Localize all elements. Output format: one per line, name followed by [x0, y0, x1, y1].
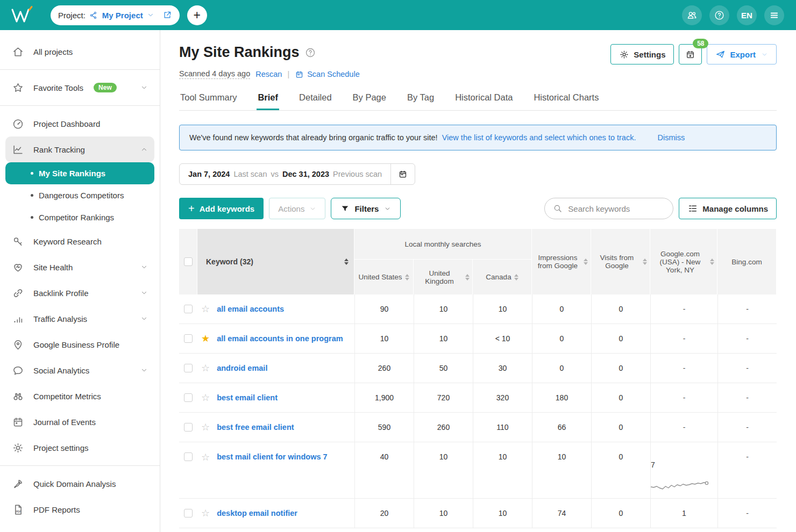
star-icon[interactable]: ☆ [201, 452, 210, 462]
keyword-link[interactable]: best free email client [217, 423, 294, 432]
row-checkbox[interactable] [184, 334, 193, 343]
last-scan-date: Jan 7, 2024 [188, 170, 230, 178]
sidebar-item-journal-of-events[interactable]: Journal of Events [5, 409, 154, 435]
keyword-link[interactable]: android email [217, 364, 267, 372]
date-compare-widget[interactable]: Jan 7, 2024 Last scan vs Dec 31, 2023 Pr… [179, 163, 415, 185]
sidebar-item-project-settings[interactable]: Project settings [5, 435, 154, 461]
sort-icon[interactable] [405, 274, 409, 281]
users-button[interactable] [682, 5, 702, 25]
tab-by-page[interactable]: By Page [352, 90, 387, 110]
sort-icon[interactable] [465, 274, 470, 281]
column-header-united-states[interactable]: United States [354, 260, 414, 294]
banner-dismiss-link[interactable]: Dismiss [658, 133, 685, 142]
row-checkbox[interactable] [184, 423, 193, 432]
column-header-google-com-usa-new-york-ny[interactable]: Google.com (USA) - New York, NY [650, 229, 717, 294]
column-header-impressions-from-google[interactable]: Impressions from Google [532, 229, 591, 294]
tab-tool-summary[interactable]: Tool Summary [179, 90, 238, 110]
sidebar-item-label: Google Business Profile [33, 340, 119, 349]
rescan-link[interactable]: Rescan [255, 70, 282, 78]
column-header-bing-com: Bing.com [717, 229, 777, 294]
scan-calendar-button[interactable]: 58 [679, 44, 702, 64]
project-selector[interactable]: Project: My Project [51, 5, 180, 25]
actions-button[interactable]: Actions [269, 198, 325, 219]
star-icon[interactable]: ★ [201, 334, 210, 343]
star-icon[interactable]: ☆ [201, 363, 210, 373]
row-checkbox[interactable] [184, 364, 193, 372]
filters-button[interactable]: Filters [331, 198, 401, 219]
sort-icon[interactable] [584, 258, 588, 265]
keyword-link[interactable]: desktop email notifier [217, 509, 297, 517]
cell-united-kingdom: 10 [414, 294, 473, 323]
sort-icon[interactable] [514, 274, 518, 281]
sidebar-item-rank-tracking[interactable]: Rank Tracking [5, 136, 154, 162]
sidebar-item-label: All projects [33, 47, 73, 56]
scan-schedule-link[interactable]: Scan Schedule [295, 70, 360, 79]
tab-by-tag[interactable]: By Tag [406, 90, 435, 110]
app-logo[interactable] [10, 5, 33, 25]
column-header-united-kingdom[interactable]: United Kingdom [414, 260, 473, 294]
rankings-table: Keyword (32)Local monthly searchesUnited… [179, 229, 777, 528]
title-help-icon[interactable] [305, 47, 316, 58]
add-keywords-button[interactable]: + Add keywords [179, 198, 264, 219]
export-button[interactable]: Export [707, 44, 777, 64]
new-badge: New [94, 83, 117, 92]
sidebar-item-keyword-research[interactable]: Keyword Research [5, 228, 154, 254]
cell-impressions-from-google: 0 [532, 294, 591, 323]
tab-historical-charts[interactable]: Historical Charts [532, 90, 600, 110]
chevron-up-icon [140, 146, 148, 153]
row-checkbox[interactable] [184, 393, 193, 402]
sidebar-item-social-analytics[interactable]: Social Analytics [5, 357, 154, 383]
sidebar-item-competitor-metrics[interactable]: Competitor Metrics [5, 383, 154, 409]
sort-icon[interactable] [643, 258, 647, 265]
sidebar-item-traffic-analysis[interactable]: Traffic Analysis [5, 306, 154, 332]
sidebar-item-label: Journal of Events [33, 418, 96, 427]
row-checkbox[interactable] [184, 509, 193, 517]
sidebar-item-pdf-reports[interactable]: PDFPDF Reports [5, 497, 154, 522]
tab-historical-data[interactable]: Historical Data [454, 90, 514, 110]
keyword-link[interactable]: all email accounts in one program [217, 334, 343, 343]
sidebar-item-project-dashboard[interactable]: Project Dashboard [5, 111, 154, 136]
star-icon[interactable]: ☆ [201, 508, 210, 518]
language-button[interactable]: EN [737, 5, 757, 25]
keyword-link[interactable]: best mail client for windows 7 [217, 452, 327, 461]
sidebar-item-label: Rank Tracking [33, 145, 85, 154]
cell-united-kingdom: 10 [414, 499, 473, 528]
chat-icon [12, 364, 24, 377]
keyword-link[interactable]: all email accounts [217, 305, 284, 313]
column-header-keyword[interactable]: Keyword (32) [197, 229, 354, 294]
add-project-button[interactable]: + [187, 5, 207, 25]
sidebar-item-favorite-tools[interactable]: Favorite ToolsNew [5, 75, 154, 100]
sidebar-item-backlink-profile[interactable]: Backlink Profile [5, 280, 154, 306]
sidebar-item-all-projects[interactable]: All projects [5, 39, 154, 64]
keyword-link[interactable]: best email client [217, 393, 278, 402]
sort-icon[interactable] [344, 258, 349, 265]
menu-button[interactable] [764, 5, 784, 25]
banner-view-keywords-link[interactable]: View the list of keywords and select whi… [442, 133, 636, 142]
column-header-visits-from-google[interactable]: Visits from Google [591, 229, 650, 294]
help-button[interactable] [709, 5, 729, 25]
tab-detailed[interactable]: Detailed [298, 90, 333, 110]
manage-columns-button[interactable]: Manage columns [679, 198, 777, 219]
search-input[interactable] [568, 204, 665, 213]
sort-icon[interactable] [710, 258, 714, 265]
star-icon[interactable]: ☆ [201, 393, 210, 402]
star-icon[interactable]: ☆ [201, 304, 210, 314]
external-link-icon[interactable] [162, 10, 172, 20]
sidebar-subitem-my-site-rankings[interactable]: My Site Rankings [5, 162, 154, 184]
sidebar-subitem-dangerous-competitors[interactable]: Dangerous Competitors [5, 184, 154, 206]
tab-brief[interactable]: Brief [257, 90, 279, 110]
home-icon [12, 46, 24, 58]
settings-button[interactable]: Settings [610, 44, 674, 64]
row-checkbox[interactable] [184, 305, 193, 313]
date-picker-button[interactable] [390, 164, 415, 184]
sidebar-subitem-label: Dangerous Competitors [39, 191, 124, 200]
row-checkbox[interactable] [184, 452, 193, 461]
cell-impressions-from-google: 0 [532, 354, 591, 383]
sidebar-subitem-competitor-rankings[interactable]: Competitor Rankings [5, 206, 154, 228]
sidebar-item-quick-domain-analysis[interactable]: Quick Domain Analysis [5, 471, 154, 497]
star-icon[interactable]: ☆ [201, 422, 210, 432]
sidebar-item-site-health[interactable]: Site Health [5, 254, 154, 280]
select-all-checkbox[interactable] [184, 257, 193, 266]
sidebar-item-google-business-profile[interactable]: Google Business Profile [5, 332, 154, 357]
column-header-canada[interactable]: Canada [473, 260, 532, 294]
